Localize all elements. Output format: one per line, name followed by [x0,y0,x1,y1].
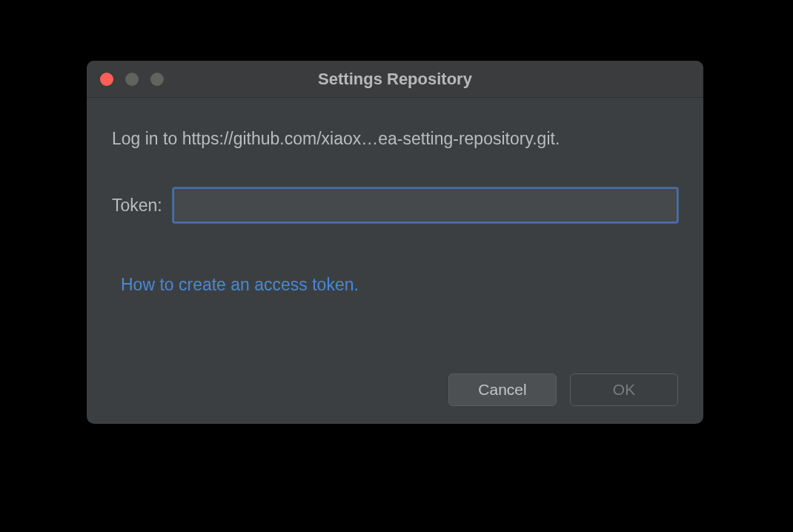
token-label: Token: [112,196,162,216]
ok-button[interactable]: OK [570,373,678,406]
dialog-content: Log in to https://github.com/xiaox…ea-se… [87,98,703,424]
settings-repository-dialog: Settings Repository Log in to https://gi… [87,61,703,424]
cancel-button[interactable]: Cancel [448,373,557,406]
login-instruction-text: Log in to https://github.com/xiaox…ea-se… [112,129,678,149]
window-controls [100,73,164,86]
maximize-icon[interactable] [150,73,164,86]
dialog-title: Settings Repository [87,70,703,89]
token-field-row: Token: [112,187,678,223]
minimize-icon[interactable] [125,73,139,86]
help-link[interactable]: How to create an access token. [121,275,678,295]
titlebar: Settings Repository [87,61,703,98]
close-icon[interactable] [100,73,113,86]
token-input[interactable] [173,187,678,223]
dialog-buttons: Cancel OK [112,373,678,406]
